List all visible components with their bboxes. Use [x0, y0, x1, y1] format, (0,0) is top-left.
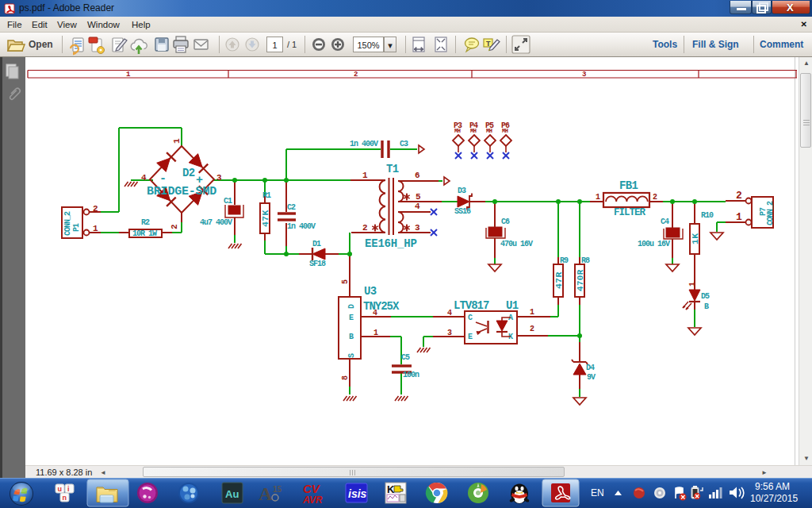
svg-text:1: 1 — [736, 211, 742, 223]
svg-text:u: u — [58, 485, 63, 493]
svg-text:MH: MH — [454, 128, 461, 134]
svg-text:1: 1 — [172, 138, 182, 144]
svg-text:K: K — [387, 483, 395, 495]
svg-text:1: 1 — [530, 308, 534, 317]
svg-text:1n 400V: 1n 400V — [350, 140, 378, 148]
svg-text:n: n — [63, 494, 67, 502]
svg-text:MH: MH — [470, 128, 477, 134]
svg-text:D1: D1 — [312, 240, 321, 248]
svg-text:R9: R9 — [560, 256, 569, 265]
svg-text:U1: U1 — [506, 299, 519, 312]
svg-text:5: 5 — [416, 192, 421, 202]
svg-text:10R 1W: 10R 1W — [132, 229, 157, 238]
svg-text:C1: C1 — [224, 197, 232, 206]
svg-text:D2: D2 — [182, 167, 195, 179]
svg-text:-: - — [159, 172, 167, 186]
svg-text:9V: 9V — [587, 373, 596, 382]
svg-text:LTV817: LTV817 — [454, 299, 489, 312]
svg-text:1: 1 — [126, 71, 131, 79]
svg-text:i: i — [67, 485, 70, 493]
svg-text:FILTER: FILTER — [614, 207, 646, 218]
svg-text:C5: C5 — [401, 353, 410, 362]
svg-text:R8: R8 — [581, 256, 590, 265]
svg-text:MH: MH — [502, 128, 508, 134]
svg-text:2: 2 — [93, 204, 98, 214]
svg-text:2: 2 — [736, 190, 742, 202]
svg-text:4: 4 — [141, 173, 147, 183]
svg-text:47K: 47K — [260, 210, 270, 227]
svg-text:4u7 400V: 4u7 400V — [200, 218, 232, 227]
svg-text:FB1: FB1 — [619, 179, 638, 192]
svg-text:EE16H_HP: EE16H_HP — [365, 237, 417, 250]
svg-text:2: 2 — [170, 225, 179, 229]
svg-text:+: + — [196, 174, 203, 187]
svg-text:R10: R10 — [701, 211, 714, 220]
svg-text:1: 1 — [596, 193, 600, 202]
svg-text:3: 3 — [216, 173, 222, 183]
svg-text:CV: CV — [303, 482, 321, 495]
svg-text:isis: isis — [348, 487, 367, 500]
svg-text:A: A — [259, 483, 273, 504]
svg-text:B: B — [704, 302, 709, 311]
svg-text:D3: D3 — [458, 187, 466, 195]
svg-text:8: 8 — [341, 375, 350, 380]
svg-text:1n 400V: 1n 400V — [287, 222, 316, 231]
svg-text:MH: MH — [486, 128, 492, 134]
svg-text:5: 5 — [341, 279, 350, 284]
svg-text:Au: Au — [225, 488, 239, 500]
svg-text:100n: 100n — [403, 371, 419, 379]
svg-text:3: 3 — [582, 71, 586, 79]
svg-text:4: 4 — [415, 202, 420, 211]
svg-text:2: 2 — [530, 325, 534, 333]
svg-text:6: 6 — [415, 171, 419, 180]
svg-text:U3: U3 — [364, 285, 377, 298]
svg-text:CONN_2: CONN_2 — [63, 211, 72, 236]
svg-text:SF18: SF18 — [309, 260, 326, 268]
svg-text:C4: C4 — [661, 217, 669, 226]
svg-text:3: 3 — [415, 223, 420, 233]
svg-text:T1: T1 — [386, 163, 399, 175]
svg-text:BRIDGE-SMD: BRIDGE-SMD — [147, 185, 216, 198]
svg-text:2: 2 — [362, 223, 367, 233]
svg-text:D4: D4 — [586, 364, 595, 372]
svg-text:2: 2 — [653, 193, 657, 202]
svg-text:C3: C3 — [400, 140, 408, 148]
svg-text:R1: R1 — [262, 191, 271, 200]
svg-text:470u 16V: 470u 16V — [500, 240, 533, 248]
svg-text:P1: P1 — [72, 223, 81, 232]
svg-text:TNY25X: TNY25X — [363, 300, 400, 313]
svg-text:R2: R2 — [141, 218, 150, 227]
svg-text:15: 15 — [273, 485, 282, 494]
svg-text:1: 1 — [688, 282, 697, 287]
svg-text:C2: C2 — [287, 203, 296, 212]
svg-text:1: 1 — [362, 171, 368, 180]
svg-text:47R: 47R — [553, 271, 564, 289]
svg-text:100u 16V: 100u 16V — [638, 240, 670, 248]
svg-text:2: 2 — [354, 71, 358, 79]
svg-text:D5: D5 — [701, 292, 710, 301]
svg-text:470R: 470R — [576, 269, 585, 291]
svg-text:SS16: SS16 — [454, 207, 471, 216]
svg-text:CONN_2: CONN_2 — [766, 201, 775, 225]
svg-text:1K: 1K — [690, 233, 700, 244]
svg-text:C6: C6 — [501, 217, 510, 226]
svg-text:AVR: AVR — [302, 495, 323, 506]
